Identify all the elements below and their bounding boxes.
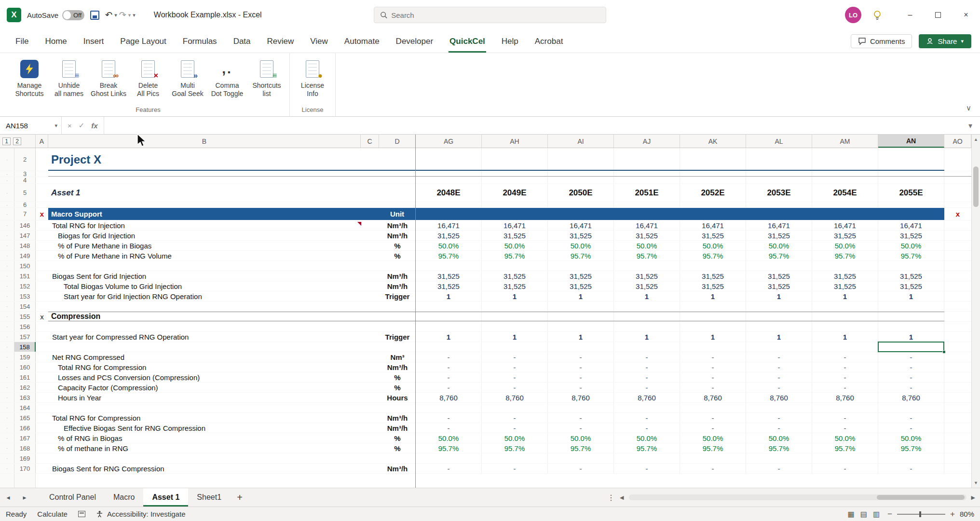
cell[interactable]: - (548, 464, 614, 473)
cell[interactable]: 1 (812, 332, 878, 342)
cell[interactable] (36, 202, 48, 207)
cell[interactable]: 95.7% (416, 251, 482, 260)
cell[interactable] (361, 220, 379, 230)
column-header-ai[interactable]: AI (548, 135, 614, 148)
cell[interactable]: - (878, 464, 944, 473)
cell[interactable] (36, 271, 48, 281)
cell[interactable]: % (379, 372, 416, 382)
cell[interactable]: x (944, 208, 971, 220)
cell[interactable]: Nm³/h (379, 281, 416, 291)
cell[interactable]: - (812, 423, 878, 433)
cell[interactable] (361, 423, 379, 433)
row-header-150[interactable]: 150 (14, 261, 36, 271)
cell[interactable] (944, 281, 971, 291)
cell[interactable] (361, 148, 379, 171)
cell[interactable] (680, 312, 746, 321)
macro-record-icon[interactable] (78, 511, 85, 517)
cell[interactable] (361, 403, 379, 412)
cell[interactable] (614, 453, 680, 463)
menu-tab-page-layout[interactable]: Page Layout (113, 30, 173, 53)
search-box[interactable] (374, 7, 606, 23)
cell[interactable] (36, 443, 48, 453)
cell[interactable]: - (548, 383, 614, 392)
cell[interactable]: 31,525 (416, 281, 482, 291)
year-header-2049e[interactable]: 2049E (482, 184, 548, 202)
undo-dropdown-icon[interactable]: ▾ (114, 12, 117, 18)
cell[interactable]: - (746, 372, 812, 382)
cell[interactable]: Start year for Grid Injection RNG Operat… (48, 291, 361, 301)
cell[interactable]: 95.7% (614, 443, 680, 453)
add-sheet-button[interactable]: + (230, 488, 249, 507)
cell[interactable]: - (680, 383, 746, 392)
cell[interactable] (361, 342, 379, 352)
cell[interactable] (944, 184, 971, 202)
cell[interactable] (379, 403, 416, 412)
cell[interactable] (746, 312, 812, 321)
cell[interactable] (36, 433, 48, 443)
cell[interactable] (680, 342, 746, 352)
row-header-152[interactable]: 152 (14, 281, 36, 291)
menu-tab-automate[interactable]: Automate (338, 30, 386, 53)
cell[interactable]: Hours in Year (48, 393, 361, 402)
ribbon-button-license-info[interactable]: ●LicenseInfo (293, 56, 332, 100)
cell[interactable] (482, 312, 548, 321)
cell[interactable]: 1 (482, 291, 548, 301)
avatar[interactable]: LO (845, 7, 861, 23)
vertical-scrollbar[interactable]: ▲ ▼ (971, 135, 980, 488)
cell[interactable] (548, 208, 614, 220)
cell[interactable] (361, 261, 379, 271)
cell[interactable]: - (680, 352, 746, 362)
cell[interactable] (878, 171, 944, 177)
cell[interactable]: 16,471 (680, 220, 746, 230)
cell[interactable]: % of RNG in Biogas (48, 433, 361, 443)
cell[interactable]: - (878, 352, 944, 362)
cell[interactable]: - (614, 362, 680, 372)
cell[interactable] (48, 342, 361, 352)
cell[interactable] (614, 171, 680, 177)
menu-tab-view[interactable]: View (303, 30, 335, 53)
page-break-view-icon[interactable]: ▥ (873, 510, 880, 519)
zoom-slider-thumb[interactable] (919, 511, 921, 517)
cell[interactable] (548, 453, 614, 463)
cell[interactable]: Compression (48, 312, 361, 321)
cell[interactable] (36, 413, 48, 423)
cell[interactable] (680, 453, 746, 463)
cell[interactable] (482, 177, 548, 183)
cell[interactable] (944, 352, 971, 362)
cell[interactable] (36, 453, 48, 463)
cell[interactable] (361, 184, 379, 202)
cell[interactable]: 50.0% (680, 241, 746, 250)
row-header-167[interactable]: 167 (14, 433, 36, 443)
row-header-165[interactable]: 165 (14, 413, 36, 423)
cell[interactable]: 31,525 (482, 271, 548, 281)
horizontal-scrollbar-thumb[interactable] (877, 495, 965, 500)
cell[interactable] (36, 281, 48, 291)
cell[interactable] (36, 251, 48, 260)
cell[interactable]: - (482, 464, 548, 473)
cell[interactable]: Nm³ (379, 352, 416, 362)
undo-icon[interactable]: ↶ (105, 10, 112, 20)
row-header-4[interactable]: 4 (14, 177, 36, 183)
cell[interactable] (944, 342, 971, 352)
cell[interactable]: - (680, 464, 746, 473)
cell[interactable] (944, 220, 971, 230)
column-header-c[interactable]: C (361, 135, 379, 148)
cell[interactable]: - (746, 383, 812, 392)
cell[interactable] (361, 177, 379, 183)
cell[interactable] (361, 312, 379, 321)
cell[interactable]: - (812, 383, 878, 392)
collapse-x-marker[interactable]: x (40, 210, 44, 218)
cell[interactable]: Nm³/h (379, 413, 416, 423)
year-header-2048e[interactable]: 2048E (416, 184, 482, 202)
cell[interactable]: - (416, 423, 482, 433)
cell[interactable]: 8,760 (680, 393, 746, 402)
cell[interactable]: Total RNG for Injection (48, 220, 361, 230)
zoom-in-icon[interactable]: + (950, 509, 955, 519)
cell[interactable] (812, 312, 878, 321)
comments-button[interactable]: Comments (851, 34, 912, 48)
cell[interactable]: - (416, 352, 482, 362)
cell[interactable]: % (379, 433, 416, 443)
cell[interactable]: % (379, 251, 416, 260)
sheet-options-kebab-icon[interactable]: ⋮ (607, 493, 615, 502)
cell[interactable]: - (878, 372, 944, 382)
